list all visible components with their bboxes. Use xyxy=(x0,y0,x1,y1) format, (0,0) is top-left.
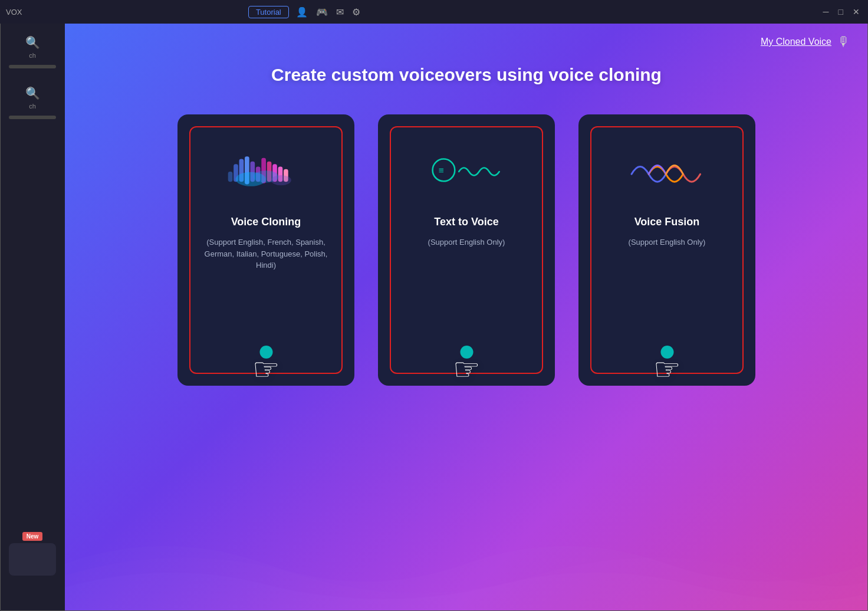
svg-text:≡: ≡ xyxy=(439,165,444,175)
voice-fusion-icon-svg xyxy=(620,154,714,189)
title-bar-icons: 👤 🎮 ✉ ⚙ xyxy=(296,6,369,18)
close-button[interactable]: ✕ xyxy=(850,7,862,17)
text-to-voice-icon-area: ≡ xyxy=(419,145,514,198)
voice-cloning-subtitle: (Support English, French, Spanish, Germa… xyxy=(202,236,330,271)
title-bar: VOX Tutorial 👤 🎮 ✉ ⚙ ─ □ ✕ xyxy=(0,0,868,24)
new-badge: New xyxy=(22,532,43,541)
text-to-voice-subtitle: (Support English Only) xyxy=(428,236,505,248)
voice-cloning-icon-area xyxy=(219,145,313,198)
text-to-voice-card-inner: ≡ Text to Voice (Support English Only) ☞ xyxy=(390,126,543,374)
voice-cloning-wave-svg xyxy=(219,154,313,189)
main-heading: Create custom voiceovers using voice clo… xyxy=(271,65,662,85)
voice-fusion-card-inner: Voice Fusion (Support English Only) ☞ xyxy=(590,126,744,374)
bg-decoration-waves xyxy=(65,517,868,611)
voice-cloning-title: Voice Cloning xyxy=(231,216,301,228)
sidebar-label1: ch xyxy=(29,52,36,59)
cursor-dot-2 xyxy=(460,346,473,359)
sidebar: 🔍 ch 🔍 ch New xyxy=(0,24,65,611)
sidebar-item-search2[interactable]: 🔍 ch xyxy=(9,86,56,119)
my-cloned-voice-link[interactable]: My Cloned Voice xyxy=(761,37,831,47)
voice-fusion-icon-area xyxy=(620,145,714,198)
minimize-button[interactable]: ─ xyxy=(821,7,831,17)
sidebar-new-box xyxy=(9,543,56,576)
settings-icon[interactable]: ⚙ xyxy=(352,6,360,18)
search-icon1: 🔍 xyxy=(25,35,40,50)
search-icon2: 🔍 xyxy=(25,86,40,100)
user-icon[interactable]: 👤 xyxy=(296,6,308,18)
maximize-button[interactable]: □ xyxy=(836,7,846,17)
text-to-voice-cursor: ☞ xyxy=(453,346,481,385)
title-bar-center: Tutorial 👤 🎮 ✉ ⚙ xyxy=(248,6,369,18)
voice-fusion-card[interactable]: Voice Fusion (Support English Only) ☞ xyxy=(578,114,755,386)
mail-icon[interactable]: ✉ xyxy=(336,6,344,18)
voice-cloning-card[interactable]: Voice Cloning (Support English, French, … xyxy=(177,114,354,386)
cursor-dot-3 xyxy=(660,346,673,359)
svg-point-13 xyxy=(271,175,291,185)
svg-rect-0 xyxy=(228,172,233,182)
search-bar2 xyxy=(9,116,56,119)
cards-container: Voice Cloning (Support English, French, … xyxy=(65,114,868,386)
voice-fusion-title: Voice Fusion xyxy=(634,216,700,228)
app-title: VOX xyxy=(0,8,22,17)
text-to-voice-card[interactable]: ≡ Text to Voice (Support English Only) ☞ xyxy=(378,114,555,386)
text-to-voice-title: Text to Voice xyxy=(434,216,498,228)
mic-icon[interactable]: 🎙 xyxy=(837,34,850,50)
sidebar-new-item[interactable]: New xyxy=(9,531,56,576)
sidebar-label2: ch xyxy=(29,103,36,110)
top-right-bar: My Cloned Voice 🎙 xyxy=(761,34,850,50)
text-to-voice-icon-svg: ≡ xyxy=(419,154,514,189)
cursor-dot-1 xyxy=(259,346,272,359)
search-bar1 xyxy=(9,65,56,68)
tutorial-button[interactable]: Tutorial xyxy=(248,6,289,18)
main-content: My Cloned Voice 🎙 Create custom voiceove… xyxy=(65,24,868,611)
voice-cloning-card-inner: Voice Cloning (Support English, French, … xyxy=(189,126,343,374)
game-icon[interactable]: 🎮 xyxy=(316,6,328,18)
voice-fusion-cursor: ☞ xyxy=(653,346,681,385)
sidebar-item-search1[interactable]: 🔍 ch xyxy=(9,35,56,68)
voice-fusion-subtitle: (Support English Only) xyxy=(629,236,706,248)
voice-cloning-cursor: ☞ xyxy=(252,346,280,385)
